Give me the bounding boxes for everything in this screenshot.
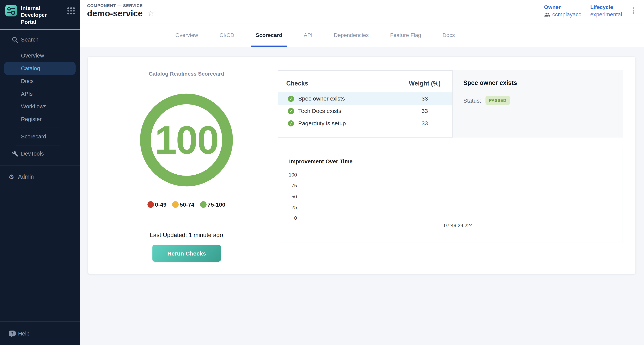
sidebar-accent-divider [0, 29, 80, 30]
sidebar-item-label: Help [18, 330, 30, 336]
y-axis-tick: 75 [280, 183, 297, 188]
owner-block: Owner ccmplayacc [544, 4, 581, 18]
status-badge: PASSED [486, 96, 510, 105]
sidebar-item-label: Workflows [21, 104, 46, 110]
app-title: Internal Developer Portal [21, 5, 63, 26]
rerun-checks-button[interactable]: Rerun Checks [152, 245, 221, 262]
sidebar-item-help[interactable]: ? Help [0, 328, 80, 339]
main-area: COMPONENT — SERVICE demo-service ☆ Owner… [80, 0, 644, 345]
sidebar-item-scorecard[interactable]: Scorecard [0, 130, 80, 143]
owner-label[interactable]: Owner [544, 4, 581, 10]
app: Internal Developer Portal Search Overvie… [0, 0, 644, 345]
checks-table: Checks Weight (%) ✓ Spec owner exists 33… [278, 70, 453, 138]
sidebar-item-search[interactable]: Search [0, 35, 80, 45]
legend-label: 50-74 [180, 201, 194, 208]
sidebar-item-register[interactable]: Register [0, 113, 80, 126]
x-axis-tick: 07:49:29.224 [436, 222, 481, 228]
lifecycle-label[interactable]: Lifecycle [590, 4, 622, 10]
sidebar-item-workflows[interactable]: Workflows [0, 100, 80, 113]
check-name: Spec owner exists [298, 95, 345, 102]
sidebar-item-label: Scorecard [21, 133, 46, 139]
sidebar-item-catalog[interactable]: Catalog [4, 62, 76, 75]
people-icon [544, 12, 550, 17]
sidebar-item-label: DevTools [21, 150, 44, 157]
gear-icon: ⚙ [8, 173, 14, 181]
scorecard-card: Catalog Readiness Scorecard 100 0-49 50-… [88, 56, 636, 274]
legend-item-high: 75-100 [200, 201, 226, 208]
owner-value[interactable]: ccmplayacc [552, 12, 581, 18]
scorecard-panel-title: Catalog Readiness Scorecard [88, 71, 285, 77]
legend-item-mid: 50-74 [172, 201, 194, 208]
improvement-chart: Improvement Over Time 100 75 50 25 0 07:… [278, 146, 623, 243]
sidebar-item-label: Catalog [21, 65, 40, 71]
check-row-tech-docs[interactable]: ✓ Tech Docs exists 33 [278, 105, 452, 117]
check-weight: 33 [396, 95, 454, 102]
entity-tabbar: Overview CI/CD Scorecard API Dependencie… [80, 24, 644, 47]
sidebar-item-label: Search [21, 36, 38, 43]
check-weight: 33 [396, 120, 454, 126]
passed-check-icon: ✓ [288, 96, 294, 102]
tab-overview[interactable]: Overview [170, 24, 203, 47]
sidebar-item-label: Overview [21, 52, 44, 58]
y-axis-tick: 0 [280, 215, 297, 221]
chart-title: Improvement Over Time [289, 158, 352, 165]
tab-cicd[interactable]: CI/CD [214, 24, 239, 47]
tab-scorecard[interactable]: Scorecard [251, 24, 287, 47]
apps-grid-icon[interactable] [68, 8, 75, 14]
content-area: Catalog Readiness Scorecard 100 0-49 50-… [80, 47, 644, 345]
tab-docs[interactable]: Docs [438, 24, 460, 47]
header-right: Owner ccmplayacc Lifecycle experimental [544, 0, 644, 18]
red-dot-icon [148, 201, 154, 208]
legend-label: 75-100 [208, 201, 226, 208]
sidebar-divider [16, 145, 60, 145]
check-name: Tech Docs exists [298, 108, 342, 114]
sidebar-divider [0, 165, 80, 165]
wrench-icon [12, 150, 19, 157]
checks-column-header: Checks [286, 80, 308, 87]
sidebar-item-overview[interactable]: Overview [0, 49, 80, 62]
search-icon [12, 36, 18, 43]
status-label: Status: [463, 97, 481, 104]
header-left: COMPONENT — SERVICE demo-service ☆ [87, 0, 154, 18]
more-menu-icon[interactable] [631, 5, 636, 16]
lifecycle-value[interactable]: experimental [590, 12, 622, 18]
sidebar-footer: ? Help [0, 321, 80, 345]
checks-table-header: Checks Weight (%) [278, 71, 452, 92]
favorite-star-icon[interactable]: ☆ [147, 10, 154, 17]
tab-api[interactable]: API [299, 24, 318, 47]
sidebar-item-label: Docs [21, 78, 34, 84]
legend-item-low: 0-49 [148, 201, 166, 208]
breadcrumb: COMPONENT — SERVICE [87, 3, 154, 8]
entity-header: COMPONENT — SERVICE demo-service ☆ Owner… [80, 0, 644, 24]
last-updated-text: Last Updated: 1 minute ago [88, 232, 285, 238]
green-dot-icon [200, 201, 207, 208]
logo-row: Internal Developer Portal [0, 0, 80, 26]
help-icon: ? [9, 330, 16, 336]
sidebar-divider [16, 47, 60, 47]
check-row-spec-owner[interactable]: ✓ Spec owner exists 33 [278, 92, 452, 105]
amber-dot-icon [172, 201, 179, 208]
y-axis-tick: 50 [280, 194, 297, 200]
y-axis-tick: 25 [280, 204, 297, 210]
sidebar-divider [16, 128, 60, 128]
tab-dependencies[interactable]: Dependencies [329, 24, 374, 47]
y-axis-tick: 100 [280, 172, 297, 178]
sidebar: Internal Developer Portal Search Overvie… [0, 0, 80, 345]
sidebar-item-label: Register [21, 116, 42, 122]
sidebar-item-devtools[interactable]: DevTools [0, 147, 80, 160]
sidebar-item-docs[interactable]: Docs [0, 75, 80, 88]
check-weight: 33 [396, 108, 454, 114]
lifecycle-block: Lifecycle experimental [590, 4, 622, 18]
passed-check-icon: ✓ [288, 108, 294, 114]
sidebar-item-admin[interactable]: ⚙ Admin [0, 171, 80, 183]
check-row-pagerduty[interactable]: ✓ Pagerduty is setup 33 [278, 117, 452, 130]
weight-column-header: Weight (%) [396, 80, 454, 87]
legend-label: 0-49 [155, 201, 166, 208]
tab-feature-flag[interactable]: Feature Flag [385, 24, 426, 47]
score-value: 100 [155, 120, 218, 160]
sidebar-item-label: Admin [18, 174, 34, 180]
sidebar-item-apis[interactable]: APIs [0, 88, 80, 100]
passed-check-icon: ✓ [288, 120, 294, 126]
check-detail-panel: Spec owner exists Status: PASSED [453, 70, 623, 138]
check-name: Pagerduty is setup [298, 120, 346, 126]
